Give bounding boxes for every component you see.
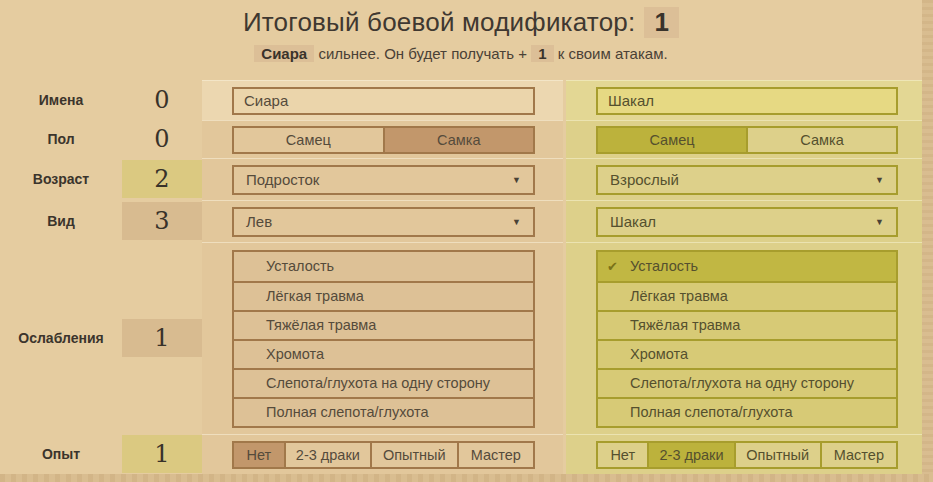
modifier-value-badge: 1 [644,7,679,38]
right-gender-toggle: Самец Самка [596,126,898,154]
left-gender-toggle: Самец Самка [232,126,535,154]
score-value-debuffs: 1 [122,319,202,357]
score-cell-age: 2 [122,158,202,200]
left-age-value: Подросток [246,171,319,188]
left-debuff-item-full-blindness[interactable]: Полная слепота/глухота [234,397,533,426]
left-species-select[interactable]: Лев ▼ [232,207,535,237]
left-age-cell: Подросток ▼ [202,158,563,200]
left-debuff-item-one-side-blindness[interactable]: Слепота/глухота на одну сторону [234,368,533,397]
right-debuff-item-full-blindness[interactable]: Полная слепота/глухота [598,397,896,426]
right-species-cell: Шакал ▼ [566,200,922,242]
left-name-cell [202,80,563,120]
score-cell-names: 0 [122,80,202,120]
right-exp-experienced-button[interactable]: Опытный [734,443,820,467]
score-value-age: 2 [122,160,202,198]
row-label-experience: Опыт [0,434,122,474]
left-debuff-list: Усталость Лёгкая травма Тяжёлая травма Х… [232,250,535,428]
score-value-names: 0 [122,81,202,119]
score-value-species: 3 [122,202,202,240]
right-exp-none-button[interactable]: Нет [598,443,647,467]
right-age-select[interactable]: Взрослый ▼ [596,165,898,195]
debuff-label: Слепота/глухота на одну сторону [630,375,854,391]
right-experience-cell: Нет 2-3 драки Опытный Мастер [566,434,922,474]
page-edge-bottom [0,474,933,482]
debuff-label: Полная слепота/глухота [630,404,793,420]
right-gender-female-button[interactable]: Самка [746,128,896,152]
score-cell-debuffs: 1 [122,242,202,434]
debuff-label: Усталость [630,258,698,274]
debuff-label: Тяжёлая травма [630,317,740,333]
debuff-label: Тяжёлая травма [266,317,376,333]
score-value-experience: 1 [122,435,202,473]
left-debuff-item-lameness[interactable]: Хромота [234,339,533,368]
right-gender-male-button[interactable]: Самец [598,128,746,152]
left-debuff-item-light-injury[interactable]: Лёгкая травма [234,281,533,310]
left-exp-master-button[interactable]: Мастер [457,443,533,467]
score-cell-experience: 1 [122,434,202,474]
right-debuffs-cell: ✔Усталость Лёгкая травма Тяжёлая травма … [566,242,922,434]
right-age-value: Взрослый [610,171,679,188]
left-name-input[interactable] [232,87,535,115]
left-debuff-item-fatigue[interactable]: Усталость [234,252,533,281]
right-species-select[interactable]: Шакал ▼ [596,207,898,237]
debuff-label: Лёгкая травма [630,288,728,304]
right-exp-few-fights-button[interactable]: 2-3 драки [647,443,733,467]
left-gender-cell: Самец Самка [202,120,563,158]
page-title: Итоговый боевой модификатор:1 [0,0,922,38]
debuff-label: Усталость [266,258,334,274]
chevron-down-icon: ▼ [875,175,884,185]
left-species-cell: Лев ▼ [202,200,563,242]
left-age-select[interactable]: Подросток ▼ [232,165,535,195]
row-label-names: Имена [0,80,122,120]
right-name-cell [566,80,922,120]
row-label-species: Вид [0,200,122,242]
left-debuffs-cell: Усталость Лёгкая травма Тяжёлая травма Х… [202,242,563,434]
right-experience-toggle: Нет 2-3 драки Опытный Мастер [596,441,898,469]
row-label-debuffs: Ослабления [0,242,122,434]
combat-modifier-calculator: Итоговый боевой модификатор:1 Сиара силь… [0,0,933,482]
row-label-gender: Пол [0,120,122,158]
left-debuff-item-severe-injury[interactable]: Тяжёлая травма [234,310,533,339]
chevron-down-icon: ▼ [512,175,521,185]
result-summary: Сиара сильнее. Он будет получать + 1 к с… [0,45,922,62]
left-experience-toggle: Нет 2-3 драки Опытный Мастер [232,441,535,469]
left-gender-male-button[interactable]: Самец [234,128,383,152]
score-value-gender: 0 [122,120,202,158]
result-text-2: к своим атакам. [558,45,668,62]
right-debuff-item-severe-injury[interactable]: Тяжёлая травма [598,310,896,339]
debuff-label: Полная слепота/глухота [266,404,429,420]
right-name-input[interactable] [596,87,898,115]
debuff-label: Хромота [266,346,324,362]
left-experience-cell: Нет 2-3 драки Опытный Мастер [202,434,563,474]
left-exp-none-button[interactable]: Нет [234,443,284,467]
left-exp-experienced-button[interactable]: Опытный [370,443,456,467]
debuff-label: Хромота [630,346,688,362]
debuff-label: Слепота/глухота на одну сторону [266,375,490,391]
check-icon: ✔ [607,259,618,274]
right-species-value: Шакал [610,213,656,230]
right-debuff-item-lameness[interactable]: Хромота [598,339,896,368]
left-gender-female-button[interactable]: Самка [383,128,534,152]
page-edge-right [922,0,933,482]
score-cell-species: 3 [122,200,202,242]
header: Итоговый боевой модификатор:1 Сиара силь… [0,0,922,80]
left-exp-few-fights-button[interactable]: 2-3 драки [284,443,370,467]
right-debuff-item-one-side-blindness[interactable]: Слепота/глухота на одну сторону [598,368,896,397]
right-age-cell: Взрослый ▼ [566,158,922,200]
chevron-down-icon: ▼ [512,217,521,227]
result-text-1: сильнее. Он будет получать + [318,45,527,62]
left-species-value: Лев [246,213,272,230]
calculator-grid: Имена 0 Пол 0 Самец Самка Самец Самка [0,80,922,474]
page-title-text: Итоговый боевой модификатор: [243,7,636,37]
right-debuff-list: ✔Усталость Лёгкая травма Тяжёлая травма … [596,250,898,428]
chevron-down-icon: ▼ [875,217,884,227]
right-gender-cell: Самец Самка [566,120,922,158]
right-debuff-item-light-injury[interactable]: Лёгкая травма [598,281,896,310]
debuff-label: Лёгкая травма [266,288,364,304]
right-exp-master-button[interactable]: Мастер [820,443,896,467]
right-debuff-item-fatigue[interactable]: ✔Усталость [598,252,896,281]
winner-name-badge: Сиара [254,45,314,62]
row-label-age: Возраст [0,158,122,200]
bonus-value-badge: 1 [531,45,553,62]
score-cell-gender: 0 [122,120,202,158]
